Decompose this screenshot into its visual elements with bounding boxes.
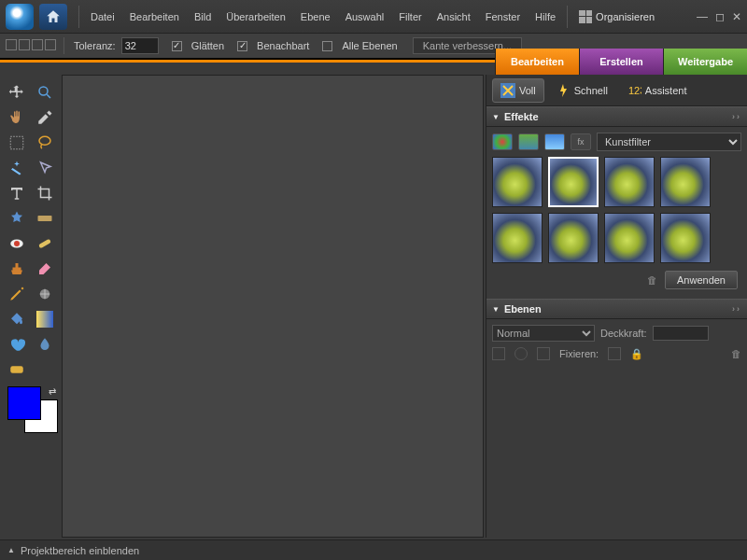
- new-layer-icon[interactable]: [492, 347, 505, 360]
- organize-button[interactable]: Organisieren: [571, 7, 662, 27]
- menu-layer[interactable]: Ebene: [293, 7, 338, 26]
- opacity-field[interactable]: [653, 326, 709, 341]
- color-swatches[interactable]: ⇄: [4, 386, 58, 433]
- collapse-icon: ▼: [492, 113, 500, 121]
- eyedropper-tool-icon[interactable]: [33, 106, 57, 129]
- menu-view[interactable]: Ansicht: [430, 7, 478, 26]
- document-canvas[interactable]: [62, 75, 484, 538]
- sponge-tool-icon[interactable]: [5, 358, 29, 381]
- move-tool-icon[interactable]: [5, 81, 29, 104]
- mode-full[interactable]: Voll: [492, 78, 544, 103]
- workspace-tabs: Bearbeiten Erstellen Weitergabe: [495, 49, 747, 75]
- svg-rect-8: [36, 311, 53, 328]
- mode-guided[interactable]: 123 Assistent: [619, 79, 695, 102]
- contiguous-checkbox[interactable]: [237, 41, 247, 51]
- lasso-tool-icon[interactable]: [33, 132, 57, 154]
- menu-file[interactable]: Datei: [83, 7, 122, 26]
- expand-icon[interactable]: ▲: [7, 546, 15, 554]
- zoom-tool-icon[interactable]: [33, 81, 57, 104]
- type-tool-icon[interactable]: [5, 182, 29, 204]
- quick-select-tool-icon[interactable]: [33, 157, 57, 179]
- tab-share[interactable]: Weitergabe: [663, 49, 747, 75]
- organize-label: Organisieren: [596, 11, 655, 22]
- tolerance-label: Toleranz:: [74, 40, 116, 51]
- redeye-tool-icon[interactable]: [5, 232, 29, 255]
- apply-button[interactable]: Anwenden: [665, 271, 738, 289]
- paint-bucket-tool-icon[interactable]: [5, 308, 29, 330]
- link-layers-icon[interactable]: [537, 347, 550, 360]
- layers-title: Ebenen: [504, 303, 542, 315]
- hand-tool-icon[interactable]: [5, 106, 29, 129]
- project-bin-toggle[interactable]: Projektbereich einblenden: [21, 545, 139, 556]
- trash-icon[interactable]: 🗑: [647, 274, 657, 286]
- eraser-tool-icon[interactable]: [33, 258, 57, 280]
- smart-brush-tool-icon[interactable]: [33, 283, 57, 305]
- tab-create[interactable]: Erstellen: [579, 49, 663, 75]
- pencil-tool-icon[interactable]: [5, 283, 29, 305]
- panel-menu-icon[interactable]: ››: [732, 304, 741, 314]
- tab-edit[interactable]: Bearbeiten: [495, 49, 579, 75]
- selection-mode-icons[interactable]: [6, 39, 58, 52]
- all-layers-checkbox[interactable]: [322, 41, 332, 51]
- menu-edit[interactable]: Bearbeiten: [122, 7, 187, 26]
- panel-menu-icon[interactable]: ››: [732, 112, 741, 121]
- all-icon[interactable]: fx: [571, 133, 591, 150]
- smooth-checkbox[interactable]: [172, 41, 182, 51]
- effect-thumb[interactable]: [660, 157, 711, 207]
- close-button[interactable]: ✕: [732, 10, 741, 23]
- straighten-tool-icon[interactable]: [33, 207, 57, 230]
- healing-tool-icon[interactable]: [33, 232, 57, 255]
- svg-point-5: [14, 241, 20, 246]
- status-bar: ▲ Projektbereich einblenden: [0, 539, 747, 560]
- adjustment-layer-icon[interactable]: [514, 347, 528, 360]
- effect-thumb[interactable]: [604, 157, 655, 207]
- svg-point-2: [39, 136, 50, 145]
- tolerance-input[interactable]: [121, 37, 159, 54]
- svg-rect-1: [10, 136, 23, 149]
- blur-tool-icon[interactable]: [33, 333, 57, 356]
- effect-category-select[interactable]: Kunstfilter: [597, 133, 741, 151]
- effect-thumb[interactable]: [492, 213, 543, 263]
- effect-thumb[interactable]: [604, 213, 655, 263]
- filter-category-icon[interactable]: [492, 133, 513, 150]
- swap-colors-icon[interactable]: ⇄: [49, 386, 56, 397]
- foreground-color-swatch[interactable]: [7, 386, 41, 420]
- magic-wand-tool-icon[interactable]: [5, 157, 29, 179]
- menu-select[interactable]: Auswahl: [338, 7, 392, 26]
- effect-thumb[interactable]: [548, 213, 599, 263]
- menu-window[interactable]: Fenster: [478, 7, 528, 26]
- lock-icon[interactable]: 🔒: [630, 348, 643, 360]
- layers-panel-header[interactable]: ▼ Ebenen ››: [486, 299, 747, 319]
- layer-style-icon[interactable]: [518, 133, 539, 150]
- menu-bar: Datei Bearbeiten Bild Überarbeiten Ebene…: [0, 0, 747, 34]
- cookie-cutter-tool-icon[interactable]: [5, 207, 29, 230]
- menu-filter[interactable]: Filter: [391, 7, 429, 26]
- spacer: [33, 358, 57, 381]
- effects-title: Effekte: [504, 111, 539, 122]
- lock-pixels-icon[interactable]: [608, 347, 621, 360]
- photo-effect-icon[interactable]: [544, 133, 565, 150]
- smooth-label: Glätten: [191, 40, 224, 51]
- menu-enhance[interactable]: Überarbeiten: [218, 7, 293, 26]
- lock-label: Fixieren:: [559, 348, 599, 359]
- svg-point-0: [39, 87, 48, 95]
- grid-icon: [579, 10, 592, 23]
- effect-thumb[interactable]: [660, 213, 711, 263]
- effect-thumb[interactable]: [492, 157, 543, 207]
- gradient-tool-icon[interactable]: [33, 308, 57, 330]
- minimize-button[interactable]: —: [697, 10, 708, 23]
- shape-tool-icon[interactable]: [5, 333, 29, 356]
- effect-thumb[interactable]: [548, 157, 599, 207]
- effects-panel-header[interactable]: ▼ Effekte ››: [486, 106, 747, 127]
- mode-quick[interactable]: Schnell: [548, 79, 615, 102]
- blend-mode-select[interactable]: Normal: [492, 325, 595, 342]
- menu-help[interactable]: Hilfe: [528, 7, 563, 26]
- maximize-button[interactable]: ◻: [715, 10, 725, 23]
- clone-stamp-tool-icon[interactable]: [5, 258, 29, 280]
- app-logo-icon: [6, 4, 34, 30]
- menu-image[interactable]: Bild: [187, 7, 218, 26]
- marquee-tool-icon[interactable]: [5, 132, 29, 154]
- crop-tool-icon[interactable]: [33, 182, 57, 204]
- delete-layer-icon[interactable]: 🗑: [731, 348, 741, 359]
- home-button[interactable]: [39, 4, 67, 30]
